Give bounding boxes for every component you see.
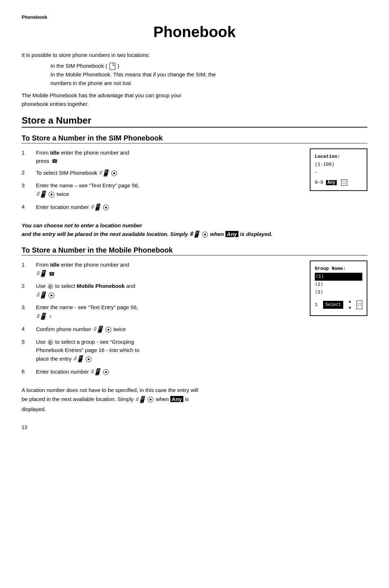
- screen-range: (1-100): [315, 161, 362, 169]
- screen-select-row: 1 Select ▲▼ □: [315, 298, 362, 312]
- footer-note: A location number does not have to be sp…: [22, 386, 367, 414]
- circle-dot-icon-m4: [106, 327, 111, 333]
- mobile-step-num-4: 4: [22, 325, 30, 335]
- mobile-step-num-5: 5: [22, 338, 30, 364]
- step-3-content: Enter the name – see “Text Entry” page 5…: [36, 181, 299, 200]
- screen-scroll-arrows: ▲▼: [349, 298, 351, 312]
- page-number: 13: [22, 424, 367, 430]
- scribble-icon-m2: ⩯📱: [36, 290, 46, 300]
- sim-content-area: 1 From Idle enter the phone number and p…: [22, 148, 367, 215]
- intro-line2: The Mobile Phonebook has the advantage t…: [22, 91, 367, 108]
- intro-indent2: In the Mobile Phonebook. This means that…: [50, 70, 367, 88]
- circle-dot-icon-m5: [86, 356, 91, 362]
- scribble-icon-2: ⩯📱: [99, 168, 109, 178]
- mobile-step-4: 4 Confirm phone number ⩯📱 twice: [22, 325, 299, 335]
- mobile-step-5-content: Use to select a group - see “Grouping Ph…: [36, 338, 299, 364]
- sim-card-icon: [109, 63, 115, 70]
- screen-any-highlight: Any: [326, 180, 337, 185]
- step-1-content: From Idle enter the phone number and pre…: [36, 148, 299, 165]
- phone-up-icon: ☎: [52, 157, 58, 165]
- mobile-step-num-6: 6: [22, 367, 30, 377]
- sim-step-2: 2 To select SIM Phonebook ⩯📱: [22, 168, 299, 178]
- sub-heading-sim: To Store a Number in the SIM Phonebook: [22, 134, 367, 143]
- scribble-icon-m5: ⩯📱: [73, 354, 83, 364]
- scribble-icon-m1: ⩯📱: [36, 269, 46, 279]
- circle-dot-icon-footer: [148, 397, 153, 402]
- mobile-steps: 1 From Idle enter the phone number and ⩯…: [22, 260, 299, 380]
- screen-cursor: □: [341, 179, 348, 186]
- mobile-content-area: 1 From Idle enter the phone number and ⩯…: [22, 260, 367, 380]
- step-2-content: To select SIM Phonebook ⩯📱: [36, 168, 299, 178]
- mobile-step-num-3: 3: [22, 303, 30, 321]
- sim-screen: Location: (1-100) - 0-9 Any □: [310, 148, 367, 191]
- section-heading-store: Store a Number: [22, 115, 367, 128]
- mobile-step-1: 1 From Idle enter the phone number and ⩯…: [22, 260, 299, 279]
- mobile-step-3-content: Enter the name - see “Text Entry” page 5…: [36, 303, 299, 321]
- any-label-note: Any: [225, 231, 238, 237]
- scribble-icon-m6: ⩯📱: [91, 367, 100, 377]
- circle-dot-icon-3: [49, 192, 54, 197]
- screen-group-item2: ⟨2⟩: [315, 281, 362, 289]
- screen-group-title: Group Name:: [315, 265, 362, 273]
- mobile-step-1-content: From Idle enter the phone number and ⩯📱 …: [36, 260, 299, 279]
- circle-dot-icon-m6: [103, 369, 109, 375]
- mobile-step-6-content: Enter location number ⩯📱: [36, 367, 299, 377]
- sim-step-3: 3 Enter the name – see “Text Entry” page…: [22, 181, 299, 200]
- circle-dot-icon-2: [111, 170, 117, 176]
- circle-dot-icon-note: [202, 232, 208, 237]
- intro-line1: It is possible to store phone numbers in…: [22, 51, 367, 59]
- intro-indent1: In the SIM Phonebook ( ): [50, 62, 367, 70]
- screen-select-btn: Select: [323, 301, 343, 309]
- sim-steps: 1 From Idle enter the phone number and p…: [22, 148, 299, 215]
- mobile-step-num-1: 1: [22, 260, 30, 279]
- screen-0-9: 0-9: [315, 180, 326, 185]
- mobile-step-6: 6 Enter location number ⩯📱: [22, 367, 299, 377]
- sim-step-4: 4 Enter location number ⩯📱: [22, 202, 299, 213]
- phone-icon-m1: ☎: [49, 270, 55, 278]
- any-label-footer: Any: [170, 396, 183, 402]
- scribble-icon-3: ⩯📱: [36, 190, 46, 200]
- mobile-step-4-content: Confirm phone number ⩯📱 twice: [36, 325, 299, 335]
- circle-dot-icon-4: [103, 205, 109, 210]
- mobile-step-3: 3 Enter the name - see “Text Entry” page…: [22, 303, 299, 321]
- section-label: Phonebook: [22, 14, 367, 20]
- screen-group-item1-highlight: ⟨1⟩: [315, 273, 362, 281]
- scribble-icon-note: ⩯📱: [190, 230, 200, 240]
- scribble-icon-m3: ⩯📱: [36, 312, 46, 322]
- female-sym-m3: ♀: [49, 313, 53, 321]
- step-num-1: 1: [22, 148, 30, 165]
- page-title: Phonebook: [22, 23, 367, 41]
- step-4-content: Enter location number ⩯📱: [36, 202, 299, 213]
- screen-bottom-row: 0-9 Any □: [315, 179, 362, 187]
- screen-dash: -: [315, 169, 362, 177]
- mobile-step-2: 2 Use to select Mobile Phonebook and ⩯📱: [22, 282, 299, 300]
- screen-location-title: Location:: [315, 153, 362, 161]
- screen-corner: □: [357, 300, 362, 309]
- step-num-3: 3: [22, 181, 30, 200]
- scribble-icon-m4: ⩯📱: [93, 325, 103, 335]
- mobile-screen: Group Name: ⟨1⟩ ⟨2⟩ ⟨3⟩ 1 Select ▲▼ □: [310, 260, 367, 316]
- screen-group-item3: ⟨3⟩: [315, 289, 362, 297]
- scribble-icon-footer: ⩯📱: [135, 395, 145, 405]
- italic-note-sim: You can choose not to enter a location n…: [22, 221, 367, 240]
- mobile-step-2-content: Use to select Mobile Phonebook and ⩯📱: [36, 282, 299, 300]
- circle-dot-icon-m2: [49, 293, 54, 298]
- nav-icon-m2: [48, 284, 53, 289]
- step-num-2: 2: [22, 168, 30, 178]
- sim-step-1: 1 From Idle enter the phone number and p…: [22, 148, 299, 165]
- mobile-step-num-2: 2: [22, 282, 30, 300]
- sub-heading-mobile: To Store a Number in the Mobile Phoneboo…: [22, 246, 367, 255]
- nav-icon-m5: [48, 340, 53, 345]
- scribble-icon-4: ⩯📱: [91, 202, 100, 213]
- intro-block: It is possible to store phone numbers in…: [22, 51, 367, 108]
- mobile-step-5: 5 Use to select a group - see “Grouping …: [22, 338, 299, 364]
- step-num-4: 4: [22, 202, 30, 213]
- screen-num: 1: [315, 301, 318, 309]
